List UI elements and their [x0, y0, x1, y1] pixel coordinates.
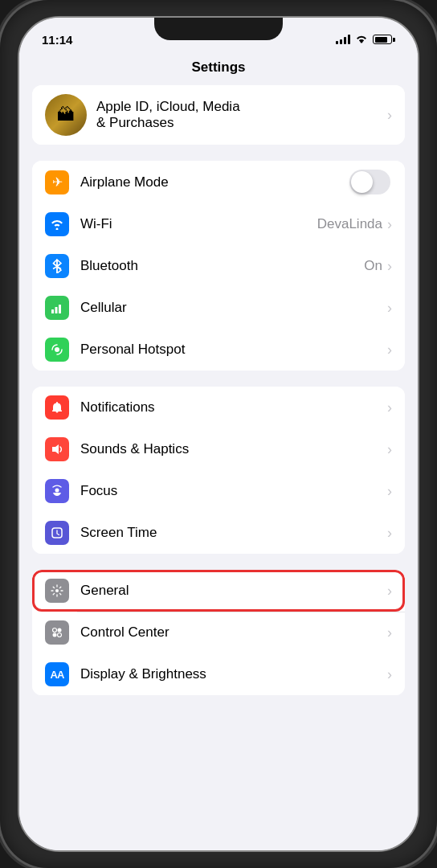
control-center-icon — [45, 620, 69, 645]
sounds-row[interactable]: Sounds & Haptics › — [32, 428, 405, 470]
svg-point-4 — [55, 347, 59, 352]
notifications-chevron: › — [387, 399, 392, 416]
screen-time-label: Screen Time — [80, 525, 387, 541]
apple-id-text: Apple ID, iCloud, Media & Purchases — [96, 99, 387, 131]
sounds-label: Sounds & Haptics — [80, 441, 387, 457]
page-title: Settings — [19, 53, 418, 85]
svg-point-9 — [53, 628, 57, 633]
signal-icon — [336, 35, 350, 44]
apple-id-section[interactable]: 🏔 Apple ID, iCloud, Media & Purchases › — [32, 85, 405, 145]
general-row[interactable]: General › — [32, 570, 405, 612]
screen-time-row[interactable]: Screen Time › — [32, 512, 405, 554]
sounds-chevron: › — [387, 441, 392, 458]
bluetooth-row[interactable]: Bluetooth On › — [32, 245, 405, 287]
control-center-chevron: › — [387, 624, 392, 641]
wifi-chevron: › — [387, 216, 392, 233]
airplane-mode-row[interactable]: ✈ Airplane Mode — [32, 161, 405, 203]
hotspot-icon — [45, 338, 69, 362]
svg-point-6 — [55, 489, 59, 493]
wifi-value: DevaLinda — [317, 216, 382, 232]
bluetooth-icon — [45, 254, 69, 278]
airplane-toggle[interactable] — [349, 170, 390, 194]
notifications-row[interactable]: Notifications › — [32, 387, 405, 428]
notch — [154, 18, 283, 40]
hotspot-chevron: › — [387, 342, 392, 358]
bluetooth-value: On — [364, 258, 382, 274]
bluetooth-label: Bluetooth — [80, 258, 364, 274]
cellular-label: Cellular — [80, 300, 387, 316]
notifications-icon — [45, 395, 69, 420]
notifications-label: Notifications — [80, 399, 387, 416]
avatar: 🏔 — [45, 94, 87, 136]
focus-row[interactable]: Focus › — [32, 470, 405, 512]
status-icons — [336, 35, 395, 44]
cellular-row[interactable]: Cellular › — [32, 287, 405, 329]
screen-content: Settings 🏔 Apple ID, iCloud, Media & Pur… — [19, 53, 418, 850]
airplane-label: Airplane Mode — [80, 174, 349, 190]
svg-rect-2 — [55, 307, 58, 313]
phone-screen: 11:14 Se — [18, 16, 419, 852]
battery-icon — [373, 35, 395, 44]
svg-point-11 — [53, 633, 57, 637]
control-center-label: Control Center — [80, 624, 387, 641]
svg-rect-3 — [59, 305, 61, 313]
control-center-row[interactable]: Control Center › — [32, 612, 405, 653]
svg-marker-5 — [52, 444, 59, 454]
svg-rect-1 — [51, 309, 54, 313]
general-label: General — [80, 583, 387, 599]
svg-point-8 — [55, 589, 59, 592]
chevron-icon: › — [387, 107, 392, 124]
focus-icon — [45, 479, 69, 503]
svg-point-10 — [58, 628, 62, 633]
hotspot-label: Personal Hotspot — [80, 342, 387, 358]
wifi-settings-icon — [45, 212, 69, 236]
display-chevron: › — [387, 666, 392, 683]
display-icon: AA — [45, 662, 69, 686]
airplane-icon: ✈ — [45, 170, 69, 194]
general-chevron: › — [387, 583, 392, 600]
bluetooth-chevron: › — [387, 258, 392, 275]
screen-time-chevron: › — [387, 525, 392, 542]
wifi-label: Wi-Fi — [80, 216, 317, 232]
wifi-icon — [355, 35, 368, 44]
general-icon — [45, 579, 69, 603]
cellular-chevron: › — [387, 300, 392, 317]
display-row[interactable]: AA Display & Brightness › — [32, 653, 405, 695]
network-group: ✈ Airplane Mode Wi-Fi DevaLinda › — [32, 161, 405, 371]
svg-point-12 — [58, 633, 62, 637]
apple-id-row[interactable]: 🏔 Apple ID, iCloud, Media & Purchases › — [32, 85, 405, 145]
phone-frame: 11:14 Se — [0, 0, 437, 868]
focus-chevron: › — [387, 483, 392, 500]
general-group: General › Control Center › — [32, 570, 405, 695]
status-time: 11:14 — [42, 33, 72, 47]
display-label: Display & Brightness — [80, 666, 387, 682]
screen-time-icon — [45, 521, 69, 545]
notifications-group: Notifications › Sounds & Haptics › — [32, 387, 405, 554]
cellular-icon — [45, 296, 69, 320]
wifi-row[interactable]: Wi-Fi DevaLinda › — [32, 203, 405, 245]
focus-label: Focus — [80, 483, 387, 499]
sounds-icon — [45, 437, 69, 461]
hotspot-row[interactable]: Personal Hotspot › — [32, 329, 405, 371]
